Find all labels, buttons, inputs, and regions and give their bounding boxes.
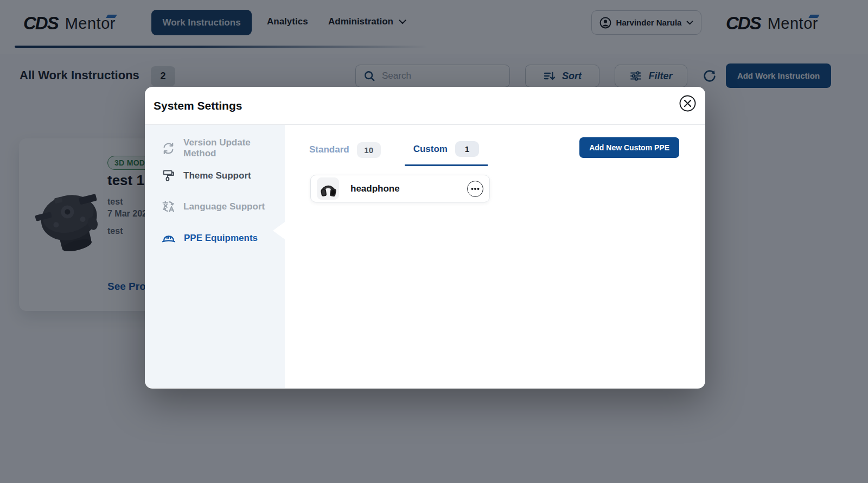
- tab-custom[interactable]: Custom 1: [405, 136, 488, 166]
- tab-custom-count-badge: 1: [455, 141, 479, 157]
- ppe-equipments-panel: Standard 10 Custom 1 Add New Custom PPE: [285, 125, 705, 388]
- tab-standard-count-badge: 10: [357, 142, 381, 158]
- ppe-list-item[interactable]: headphone: [310, 175, 490, 202]
- sidebar-item-label: Language Support: [183, 201, 265, 212]
- tab-standard[interactable]: Standard 10: [301, 136, 390, 166]
- ppe-tabs: Standard 10 Custom 1: [301, 136, 488, 166]
- modal-body: Version Update Method Theme Support Lang…: [145, 125, 705, 388]
- close-icon[interactable]: [679, 95, 696, 112]
- sync-icon: [161, 141, 176, 156]
- settings-sidebar: Version Update Method Theme Support Lang…: [145, 125, 285, 388]
- active-item-pointer: [273, 222, 285, 239]
- sidebar-item-label: Version Update Method: [183, 137, 285, 159]
- add-new-custom-ppe-button[interactable]: Add New Custom PPE: [579, 137, 679, 158]
- sidebar-item-version-update-method[interactable]: Version Update Method: [161, 137, 285, 159]
- tab-custom-label: Custom: [413, 144, 448, 155]
- sidebar-item-ppe-equipments[interactable]: PPE Equipments: [161, 231, 258, 246]
- system-settings-modal: System Settings Version Update Method Th: [145, 87, 705, 389]
- translate-icon: [161, 199, 176, 214]
- page-background: CDS Mentor Work Instructions Analytics A…: [0, 0, 868, 483]
- sidebar-item-label: Theme Support: [183, 170, 251, 181]
- sidebar-item-theme-support[interactable]: Theme Support: [161, 168, 251, 183]
- ppe-item-image: [317, 177, 339, 200]
- ellipsis-menu-icon[interactable]: [467, 181, 483, 197]
- sidebar-item-label: PPE Equipments: [184, 233, 258, 244]
- add-new-custom-ppe-label: Add New Custom PPE: [589, 143, 669, 152]
- modal-title: System Settings: [154, 99, 242, 112]
- ppe-item-name: headphone: [350, 183, 467, 194]
- tab-standard-label: Standard: [309, 144, 349, 155]
- paint-roller-icon: [161, 168, 176, 183]
- hard-hat-icon: [161, 231, 176, 246]
- sidebar-item-language-support[interactable]: Language Support: [161, 199, 265, 214]
- modal-header: System Settings: [145, 87, 705, 125]
